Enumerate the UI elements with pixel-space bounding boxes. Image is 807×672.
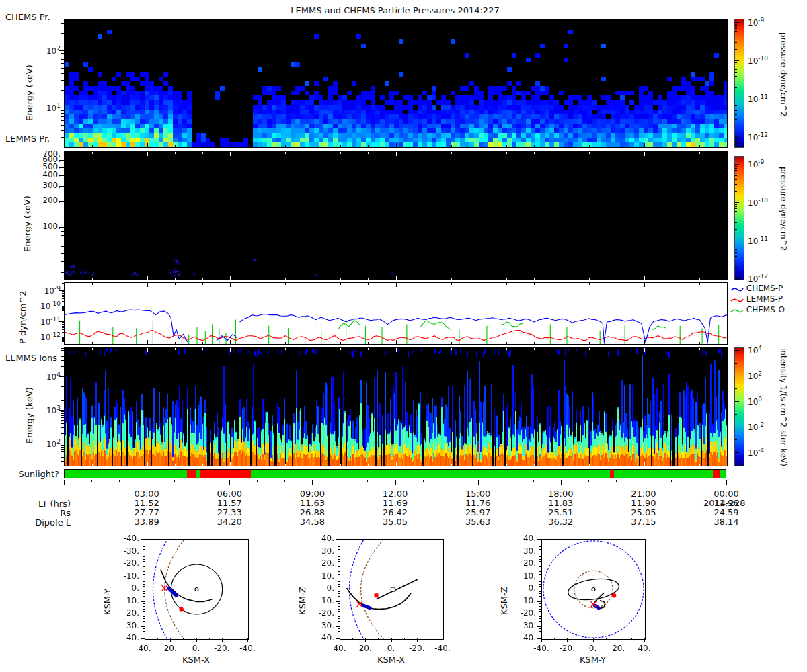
axis-tick: [61, 116, 64, 117]
axis-tick: [170, 638, 171, 642]
axis-tick: [141, 552, 145, 552]
orbit-ytick-label: 20.: [116, 608, 139, 618]
axis-tick: [143, 616, 145, 617]
chems-pressure-spectrogram: [64, 19, 728, 148]
axis-tick: [735, 49, 737, 50]
axis-tick: [539, 609, 541, 610]
axis-tick: [141, 539, 145, 540]
axis-tick: [735, 108, 737, 108]
axis-tick: [539, 566, 541, 567]
lemms-ytick-3: 400.: [30, 170, 61, 179]
axis-tick: [62, 286, 64, 286]
axis-tick: [62, 310, 64, 311]
axis-tick: [145, 638, 145, 642]
axis-tick: [143, 559, 145, 560]
axis-tick: [61, 68, 64, 69]
axis-tick: [338, 611, 340, 612]
axis-tick: [62, 309, 64, 310]
axis-tick: [338, 599, 340, 599]
axis-tick: [537, 626, 541, 627]
sunlight-segment-lit: [614, 470, 713, 478]
sunlight-segment-shadow: [200, 470, 251, 478]
axis-tick: [62, 298, 64, 299]
orbit-ytick-label: -40.: [116, 534, 139, 543]
axis-tick: [735, 99, 739, 99]
axis-tick: [539, 546, 541, 547]
yaxis-label-pressure: P dyn/cm^2: [17, 284, 28, 344]
axis-tick: [735, 241, 739, 241]
time-tick-label: 21:00: [622, 489, 665, 499]
axis-tick: [61, 386, 64, 387]
ephemeris-value: 34.20: [208, 517, 251, 527]
axis-tick: [561, 480, 562, 485]
orbit-ytick-label: -20.: [311, 608, 334, 618]
axis-tick: [141, 564, 145, 564]
axis-tick: [726, 480, 727, 485]
axis-tick: [143, 571, 145, 572]
panel-label-lemms-pr: LEMMS Pr.: [5, 134, 50, 144]
sunlight-segment-lit: [720, 470, 726, 478]
axis-tick: [338, 579, 340, 579]
colorbar2-tick-2: 100: [748, 396, 762, 407]
axis-tick: [62, 323, 64, 323]
axis-tick: [735, 350, 739, 351]
axis-tick: [735, 34, 737, 34]
axis-tick: [143, 591, 145, 592]
axis-tick: [62, 312, 64, 312]
chems-ytick-1: 101: [30, 102, 61, 113]
axis-tick: [539, 571, 541, 572]
row-label-rs: Rs: [13, 508, 71, 518]
axis-tick: [735, 388, 737, 389]
axis-tick: [506, 480, 506, 482]
axis-tick: [539, 544, 541, 544]
axis-tick: [183, 638, 184, 640]
axis-tick: [735, 110, 737, 111]
axis-tick: [61, 356, 64, 357]
axis-tick: [735, 179, 737, 180]
axis-tick: [61, 113, 64, 114]
axis-tick: [338, 621, 340, 622]
orbit-xz-xlabel: KSM-X: [340, 655, 443, 665]
ephemeris-value: 33.89: [125, 517, 168, 527]
orbit-ytick-label: 0.: [311, 583, 334, 593]
ephemeris-value: 25.51: [539, 507, 582, 517]
axis-tick: [143, 566, 145, 567]
axis-tick: [735, 38, 737, 38]
time-tick-label: 12:00: [374, 489, 417, 499]
axis-tick: [735, 28, 737, 29]
panel-label-lemms-ions: LEMMS Ions: [5, 353, 57, 363]
axis-tick: [62, 306, 64, 307]
colorbar0-tick-1: 10-10: [748, 55, 768, 66]
axis-tick: [143, 593, 145, 594]
axis-tick: [735, 222, 737, 223]
axis-tick: [336, 577, 340, 577]
axis-tick: [62, 307, 64, 308]
axis-tick: [539, 586, 541, 587]
axis-tick: [62, 295, 64, 296]
axis-tick: [62, 326, 64, 327]
axis-tick: [61, 423, 64, 424]
axis-tick: [61, 433, 64, 434]
axis-tick: [143, 624, 145, 624]
axis-tick: [378, 638, 379, 640]
axis-tick: [735, 401, 739, 402]
colorbar-label-intensity: intensity 1/(s cm^2 ster keV): [779, 348, 788, 466]
axis-tick: [539, 561, 541, 562]
legend-label-lemms-p: LEMMS-P: [746, 294, 783, 304]
axis-tick: [143, 621, 145, 622]
axis-tick: [338, 544, 340, 544]
axis-tick: [209, 638, 210, 640]
orbit-ytick-label: -10.: [311, 596, 334, 605]
ions-ytick-0: 104: [30, 371, 61, 382]
orbit-ytick-label: -30.: [116, 546, 139, 556]
axis-tick: [143, 581, 145, 582]
axis-tick: [735, 76, 737, 77]
orbit-xtick-label: 40.: [326, 644, 353, 653]
axis-tick: [62, 293, 64, 294]
axis-tick: [61, 366, 64, 367]
orbit-ytick-label: 10.: [116, 596, 139, 605]
axis-tick: [539, 593, 541, 594]
axis-tick: [404, 638, 405, 640]
lemms-ytick-5: 200.: [30, 196, 61, 205]
colorbar0-tick-3: 10-12: [748, 132, 768, 142]
